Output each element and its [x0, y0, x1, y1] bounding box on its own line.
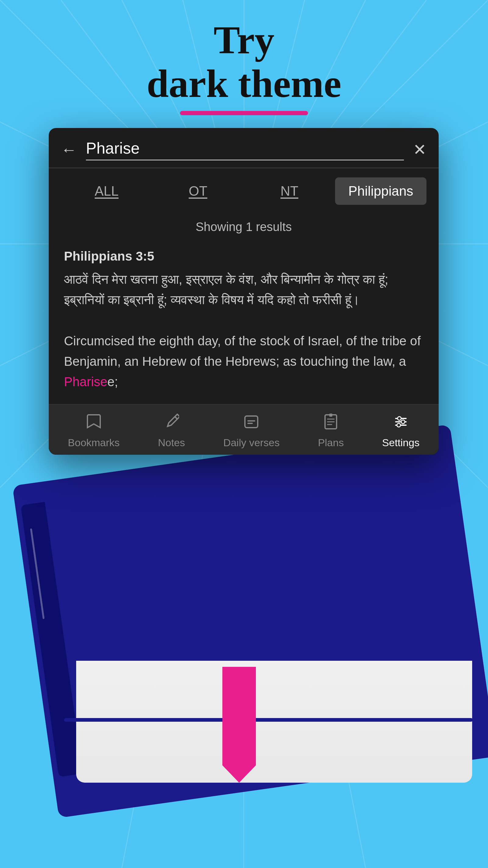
verse-english-pre: Circumcised the eighth day, of the stock… [64, 334, 421, 369]
svg-point-26 [397, 416, 401, 420]
nav-item-bookmarks[interactable]: Bookmarks [68, 413, 120, 448]
notes-label: Notes [158, 437, 185, 448]
verse-hindi-text: आठवें दिन मेरा खतना हुआ, इस्राएल के वंश,… [64, 272, 388, 307]
svg-point-28 [397, 423, 400, 427]
search-input[interactable] [86, 139, 404, 160]
notes-icon [164, 413, 179, 434]
bookmarks-label: Bookmarks [68, 437, 120, 448]
daily-verses-label: Daily verses [223, 437, 280, 448]
plans-icon [323, 413, 338, 434]
back-button[interactable]: ← [61, 142, 77, 158]
nav-item-settings[interactable]: Settings [382, 413, 419, 448]
nav-item-notes[interactable]: Notes [158, 413, 185, 448]
bookmarks-icon [86, 413, 101, 434]
svg-rect-20 [245, 416, 258, 428]
title-area: Try dark theme [0, 18, 488, 115]
daily-verses-icon [244, 413, 259, 434]
svg-rect-22 [329, 413, 332, 416]
bottom-nav: Bookmarks Notes Daily verses [49, 404, 438, 455]
filter-tab-all[interactable]: ALL [61, 177, 152, 205]
nav-item-plans[interactable]: Plans [318, 413, 344, 448]
svg-point-27 [401, 420, 405, 424]
nav-item-daily-verses[interactable]: Daily verses [223, 413, 280, 448]
results-list: Philippians 3:5 आठवें दिन मेरा खतना हुआ,… [49, 243, 438, 404]
search-bar: ← ✕ [49, 128, 438, 168]
title-underline [180, 111, 308, 115]
verse-item[interactable]: Philippians 3:5 आठवें दिन मेरा खतना हुआ,… [64, 249, 423, 392]
search-modal: ← ✕ ALL OT NT Philippians Showing 1 resu… [49, 128, 438, 455]
filter-tab-nt[interactable]: NT [244, 177, 335, 205]
verse-english-post: e; [107, 375, 118, 389]
bookmark-ribbon [222, 667, 256, 783]
book-line [64, 718, 473, 722]
results-count: Showing 1 results [49, 214, 438, 243]
verse-text: आठवें दिन मेरा खतना हुआ, इस्राएल के वंश,… [64, 269, 423, 392]
main-title: Try dark theme [0, 18, 488, 105]
verse-reference: Philippians 3:5 [64, 249, 423, 264]
settings-label: Settings [382, 437, 419, 448]
filter-tabs: ALL OT NT Philippians [49, 168, 438, 214]
book-pages [76, 661, 472, 783]
settings-icon [393, 413, 409, 434]
verse-highlight: Pharise [64, 375, 107, 389]
filter-tab-philippians[interactable]: Philippians [335, 177, 426, 205]
close-button[interactable]: ✕ [413, 141, 426, 159]
plans-label: Plans [318, 437, 344, 448]
filter-tab-ot[interactable]: OT [152, 177, 244, 205]
